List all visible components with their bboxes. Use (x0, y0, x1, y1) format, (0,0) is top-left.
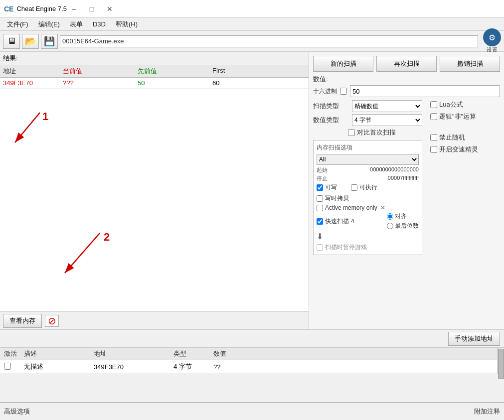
col-current: 当前值 (63, 67, 138, 76)
active-memory-clear[interactable]: ✕ (380, 204, 385, 211)
scan-buttons: 新的扫描 再次扫描 撤销扫描 (313, 56, 500, 72)
executable-checkbox[interactable] (351, 184, 357, 191)
align-label: 对齐 (395, 212, 407, 221)
menu-help[interactable]: 帮助(H) (111, 19, 143, 30)
manual-add-button[interactable]: 手动添加地址 (448, 332, 500, 346)
col-type: 类型 (173, 349, 213, 358)
close-button[interactable]: ✕ (103, 3, 117, 14)
scan-list-header: 地址 当前值 先前值 First (0, 65, 309, 78)
memory-scan-title: 内存扫描选项 (317, 143, 419, 152)
scan-list: 349F3E70 ??? 50 60 1 (0, 78, 309, 311)
value-type-label: 数值类型 (313, 116, 348, 125)
options-area: 扫描类型 精确数值 数值类型 4 字节 (313, 100, 500, 255)
address-list-header: 激活 描述 地址 类型 数值 (0, 348, 504, 360)
bottom-buttons-row: 手动添加地址 (0, 329, 504, 347)
row-active-checkbox[interactable] (4, 363, 11, 370)
start-addr-row: 起始 0000000000000000 (317, 166, 419, 174)
results-label: 结果: (3, 54, 18, 63)
right-checkboxes: Lua公式 逻辑"非"运算 禁止随机 开启变速精灵 (430, 100, 500, 255)
last-digit-radio[interactable] (387, 223, 393, 229)
fast-scan-checkbox[interactable] (317, 218, 323, 225)
results-header: 结果: (0, 52, 309, 65)
left-options: 扫描类型 精确数值 数值类型 4 字节 (313, 100, 422, 255)
copy-on-write-row: 写时拷贝 (317, 194, 419, 203)
value-label: 数值: (313, 75, 500, 84)
row-first: 60 (212, 79, 272, 87)
stop-value: 00007fffffffffff (388, 175, 419, 182)
align-options: 对齐 最后位数 (387, 212, 419, 230)
value-section: 数值: 十六进制 (313, 75, 500, 97)
menu-d3d[interactable]: D3D (88, 19, 111, 29)
memory-all-select[interactable]: All (317, 154, 419, 165)
scan-type-select[interactable]: 精确数值 (352, 100, 422, 112)
scrollbar-thumb[interactable] (498, 349, 504, 379)
speed-elf-checkbox[interactable] (430, 146, 437, 153)
align-row: 对齐 (387, 212, 419, 221)
not-logic-row: 逻辑"非"运算 (430, 112, 500, 121)
scrollbar-right[interactable] (497, 348, 504, 374)
stop-button[interactable]: ⊘ (45, 315, 59, 327)
row-desc: 无描述 (24, 362, 94, 371)
main-content: 结果: 地址 当前值 先前值 First 349F3E70 ??? 50 60 (0, 52, 504, 329)
title-bar: CE Cheat Engine 7.5 – □ ✕ (0, 0, 504, 18)
pause-label: 扫描时暂停游戏 (325, 243, 367, 252)
status-left[interactable]: 高级选项 (4, 407, 474, 416)
status-right[interactable]: 附加注释 (474, 407, 500, 416)
no-random-label: 禁止随机 (439, 133, 465, 142)
minimize-button[interactable]: – (67, 3, 81, 14)
open-button[interactable]: 📂 (22, 34, 39, 49)
row-previous: 50 (138, 79, 212, 87)
settings-icon[interactable]: ⚙ (483, 28, 501, 46)
monitor-button[interactable]: 🖥 (3, 34, 20, 49)
value-input[interactable] (350, 85, 500, 97)
last-digit-label: 最后位数 (395, 222, 419, 230)
undo-scan-button[interactable]: 撤销扫描 (440, 56, 500, 72)
arrow-1-svg (10, 108, 70, 157)
app-title: Cheat Engine 7.5 (16, 5, 66, 12)
menu-bar: 文件(F) 编辑(E) 表单 D3D 帮助(H) (0, 18, 504, 31)
executable-row: 可执行 (351, 183, 377, 192)
active-memory-checkbox[interactable] (317, 205, 323, 211)
menu-table[interactable]: 表单 (65, 19, 88, 30)
speed-elf-label: 开启变速精灵 (439, 145, 478, 154)
scan-type-label: 扫描类型 (313, 102, 348, 111)
row-active (4, 363, 24, 371)
col-val: 数值 (213, 349, 253, 358)
not-logic-checkbox[interactable] (430, 113, 437, 120)
menu-file[interactable]: 文件(F) (2, 19, 33, 30)
scan-row[interactable]: 349F3E70 ??? 50 60 (0, 78, 309, 89)
compare-first-row: 对比首次扫描 (348, 128, 422, 137)
writable-row: 可写 (317, 183, 337, 192)
no-random-checkbox[interactable] (430, 134, 437, 141)
menu-edit[interactable]: 编辑(E) (33, 19, 65, 30)
rescan-button[interactable]: 再次扫描 (376, 56, 437, 72)
pause-checkbox[interactable] (317, 244, 323, 251)
view-memory-button[interactable]: 查看内存 (3, 314, 42, 328)
status-bar: 高级选项 附加注释 (0, 402, 504, 420)
value-type-select[interactable]: 4 字节 (352, 114, 422, 126)
fast-scan-label: 快速扫描 (325, 217, 349, 226)
lua-checkbox[interactable] (430, 101, 437, 108)
svg-line-1 (15, 113, 40, 142)
scan-type-row: 扫描类型 精确数值 (313, 100, 422, 112)
writable-checkbox[interactable] (317, 184, 323, 191)
speed-elf-row: 开启变速精灵 (430, 145, 500, 154)
address-list-row[interactable]: 无描述 349F3E70 4 字节 ?? (0, 360, 504, 374)
copy-on-write-checkbox[interactable] (317, 195, 323, 202)
save-button[interactable]: 💾 (41, 34, 58, 49)
value-type-row: 数值类型 4 字节 (313, 114, 422, 126)
copy-on-write-label: 写时拷贝 (325, 194, 349, 203)
hex-checkbox[interactable] (340, 88, 347, 95)
row-addr: 349F3E70 (94, 363, 173, 371)
start-label: 起始 (317, 166, 328, 174)
maximize-button[interactable]: □ (85, 3, 99, 14)
active-memory-row: Active memory only ✕ (317, 204, 419, 211)
new-scan-button[interactable]: 新的扫描 (313, 56, 373, 72)
memory-all-row: All (317, 154, 419, 165)
row-address: 349F3E70 (3, 79, 63, 87)
open-icon: 📂 (25, 36, 36, 47)
arrow-down-icon: ⬇ (317, 232, 323, 241)
align-radio[interactable] (387, 213, 393, 220)
fast-scan-value: 4 (351, 218, 354, 225)
compare-first-checkbox[interactable] (348, 129, 355, 136)
